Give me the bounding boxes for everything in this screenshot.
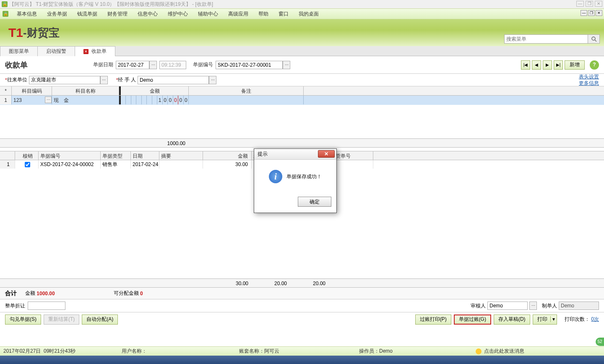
print-button[interactable]: 打印 ▾ xyxy=(533,315,557,325)
more-info-link[interactable]: 更多信息 xyxy=(579,80,599,86)
grid2-cell-type: 销售单 xyxy=(101,160,131,169)
nav-first-button[interactable]: |◀ xyxy=(521,60,530,70)
header-settings-link[interactable]: 表头设置 xyxy=(579,74,599,80)
pick-docs-button[interactable]: 勾兑单据(S) xyxy=(5,315,41,325)
grid2-col-amount[interactable]: 金额 xyxy=(203,151,252,160)
grid1-cell-code[interactable]: 123 ⋯ xyxy=(12,96,52,104)
window-minimize[interactable]: — xyxy=(576,1,584,7)
menu-maintain[interactable]: 维护中心 xyxy=(163,10,193,18)
discount-input[interactable] xyxy=(28,302,65,310)
grid1-col-amount[interactable]: 金额 xyxy=(119,86,189,95)
grid1-col-code[interactable]: 科目编码 xyxy=(12,86,52,95)
grid2-total-amount: 30.00 xyxy=(203,279,252,287)
dialog-title: 提示 xyxy=(258,151,268,158)
grid1-row[interactable]: 1 123 ⋯ 现 金 100000 xyxy=(0,96,604,105)
auto-alloc-button[interactable]: 自动分配(A) xyxy=(82,315,118,325)
handler-input[interactable] xyxy=(138,76,209,84)
status-acct: 阿可云 xyxy=(264,348,279,354)
window-restore[interactable]: ❐ xyxy=(586,1,593,7)
status-user-label: 用户名称： xyxy=(122,348,147,354)
menu-desktop[interactable]: 我的桌面 xyxy=(294,10,324,18)
search-button[interactable] xyxy=(588,34,600,44)
side-badge[interactable]: 52 xyxy=(596,338,604,346)
nav-prev-button[interactable]: ◀ xyxy=(532,60,541,70)
grid1-col-note[interactable]: 备注 xyxy=(189,86,304,95)
tab-strip: 图形菜单 启动报警 ✕ 收款单 xyxy=(0,46,604,56)
grid1-cell-note[interactable] xyxy=(189,96,304,104)
menu-info[interactable]: 信息中心 xyxy=(133,10,163,18)
grid2-col-summary[interactable]: 摘要 xyxy=(159,151,203,160)
docno-input[interactable] xyxy=(216,61,283,69)
menu-biz[interactable]: 业务单据 xyxy=(42,10,72,18)
nav-last-button[interactable]: ▶| xyxy=(554,60,563,70)
child-close[interactable]: ✕ xyxy=(596,10,602,16)
menubar: 🔒 基本信息 业务单据 钱流单据 财务管理 信息中心 维护中心 辅助中心 高级应… xyxy=(0,8,604,19)
os-taskbar xyxy=(0,356,604,364)
nav-next-button[interactable]: ▶ xyxy=(543,60,552,70)
alert-dialog: 提示 ✕ i 单据保存成功！ 确定 xyxy=(254,148,337,213)
child-minimize[interactable]: — xyxy=(581,10,587,16)
handler-label: 经 手 人 xyxy=(118,76,136,83)
recalc-button: 重新结算(T) xyxy=(44,315,79,325)
grid2-cell-writeoff[interactable] xyxy=(15,160,39,169)
status-msg[interactable]: 点击此处发送消息 xyxy=(484,348,524,355)
dialog-message: 单据保存成功！ xyxy=(286,173,322,180)
new-button[interactable]: 新增 xyxy=(565,60,585,70)
grid1-cell-name[interactable]: 现 金 xyxy=(52,96,119,104)
dialog-titlebar: 提示 ✕ xyxy=(254,149,336,160)
post-print-button[interactable]: 过账打印(P) xyxy=(415,315,451,325)
help-icon[interactable]: ? xyxy=(590,60,599,70)
date-picker-button[interactable]: ⋯ xyxy=(149,61,157,69)
handler-lookup-button[interactable]: ⋯ xyxy=(209,76,216,84)
menu-finance[interactable]: 财务管理 xyxy=(102,10,133,18)
menu-advanced[interactable]: 高级应用 xyxy=(223,10,253,18)
search-input[interactable] xyxy=(504,34,588,44)
grid1-total-amount: 1000.00 xyxy=(119,139,189,147)
doc-header: 收款单 单据日期 ⋯ 单据编号 ⋯ |◀ ◀ ▶ ▶| 新增 ? xyxy=(0,56,604,74)
grid2-col-date[interactable]: 日期 xyxy=(131,151,159,160)
menu-assist[interactable]: 辅助中心 xyxy=(193,10,223,18)
writeoff-checkbox[interactable] xyxy=(25,162,30,167)
party-input[interactable] xyxy=(29,76,100,84)
menu-cash[interactable]: 钱流单据 xyxy=(72,10,102,18)
grid1-cell-amount[interactable]: 100000 xyxy=(119,96,189,104)
window-close[interactable]: ✕ xyxy=(595,1,602,7)
code-lookup-button[interactable]: ⋯ xyxy=(45,96,52,103)
menu-window[interactable]: 窗口 xyxy=(273,10,294,18)
print-count-link[interactable]: 0次 xyxy=(591,316,599,322)
grid1-rownum: 1 xyxy=(0,96,12,104)
grid2-col-writeoff[interactable]: 核销 xyxy=(15,151,39,160)
grid2-cell-summary xyxy=(159,160,203,169)
save-draft-button[interactable]: 存入草稿(D) xyxy=(494,315,530,325)
post-doc-button[interactable]: 单据过账(G) xyxy=(454,315,491,325)
status-date: 2017年02月27日 xyxy=(3,348,41,354)
time-input[interactable] xyxy=(159,61,186,69)
tab-close-icon[interactable]: ✕ xyxy=(83,49,89,54)
window-title: 【阿可云】 T1-财贸宝体验版（客户端 V 10.0）【限时体验版使用期限还剩1… xyxy=(9,1,213,8)
dialog-close-button[interactable]: ✕ xyxy=(318,150,335,158)
menu-basic[interactable]: 基本信息 xyxy=(12,10,42,18)
lock-icon: 🔒 xyxy=(2,1,8,7)
maker-label: 制单人 xyxy=(542,302,557,309)
dialog-ok-button[interactable]: 确定 xyxy=(298,197,331,207)
grid2-col-docno[interactable]: 单据编号 xyxy=(39,151,101,160)
search-icon xyxy=(591,36,597,42)
action-bar: 勾兑单据(S) 重新结算(T) 自动分配(A) 过账打印(P) 单据过账(G) … xyxy=(0,312,604,326)
grid2-col-type[interactable]: 单据类型 xyxy=(101,151,131,160)
reviewer-input[interactable] xyxy=(487,302,528,310)
svg-point-0 xyxy=(592,37,595,40)
date-label: 单据日期 xyxy=(93,61,113,68)
chevron-down-icon: ▾ xyxy=(550,316,555,322)
tab-graphic[interactable]: 图形菜单 xyxy=(0,46,38,56)
tab-receipt[interactable]: ✕ 收款单 xyxy=(75,46,115,56)
child-restore[interactable]: ❐ xyxy=(588,10,595,16)
page-title: 收款单 xyxy=(5,60,28,70)
reviewer-lookup-button[interactable]: ⋯ xyxy=(529,302,537,310)
date-input[interactable] xyxy=(116,61,149,69)
party-lookup-button[interactable]: ⋯ xyxy=(100,76,108,84)
tab-alarm[interactable]: 启动报警 xyxy=(37,46,75,56)
grid1-col-name[interactable]: 科目名称 xyxy=(52,86,119,95)
docno-lookup-button[interactable]: ⋯ xyxy=(283,61,290,69)
tab-receipt-label: 收款单 xyxy=(91,48,107,54)
menu-help[interactable]: 帮助 xyxy=(253,10,273,18)
